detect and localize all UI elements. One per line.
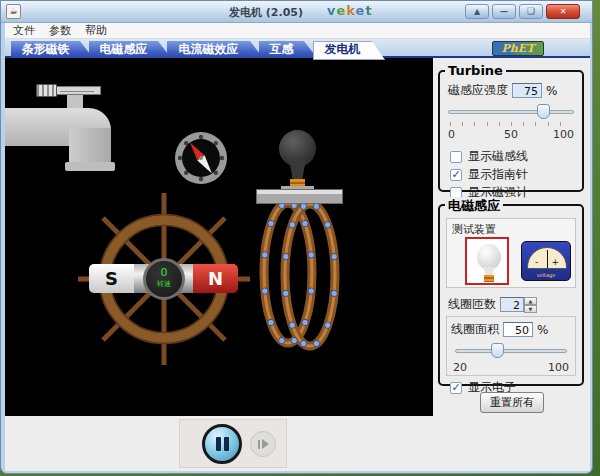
minimize-button[interactable] <box>492 4 516 19</box>
tick-100: 100 <box>553 128 574 141</box>
lightbulb-icon <box>477 244 501 270</box>
shade-button[interactable] <box>465 4 489 19</box>
playback-panel <box>179 419 287 468</box>
tick-50: 50 <box>504 128 518 141</box>
coil-platform <box>256 189 343 204</box>
loops-decrement-button[interactable] <box>524 305 537 313</box>
phet-logo[interactable]: PhET <box>492 41 544 56</box>
turbine-group: Turbine 磁感应强度 75 % 0 50 100 <box>438 70 584 192</box>
water-flow-slider-knob[interactable] <box>36 84 57 97</box>
pickup-coil <box>253 198 368 416</box>
tab-bar-magnet[interactable]: 条形磁铁 <box>11 41 93 58</box>
menu-options[interactable]: 参数 <box>49 23 71 38</box>
menu-file[interactable]: 文件 <box>13 23 35 38</box>
lightbulb-icon-base <box>484 275 494 282</box>
magnet-north-pole: N <box>193 264 238 293</box>
pause-icon <box>216 437 221 451</box>
lightbulb-neck <box>287 160 308 180</box>
area-field[interactable]: 50 <box>503 322 533 337</box>
show-field-lines-checkbox[interactable] <box>450 151 462 163</box>
pause-icon-bar2 <box>224 437 229 451</box>
show-compass-checkbox[interactable] <box>450 169 462 181</box>
step-button[interactable] <box>250 431 276 457</box>
tab-pickup-coil[interactable]: 电磁感应 <box>89 41 171 58</box>
step-icon <box>258 440 260 449</box>
lightbulb-device-button[interactable] <box>465 237 509 285</box>
area-unit: % <box>537 323 548 337</box>
rpm-gauge: 0 转速 <box>143 258 185 300</box>
induction-group-title: 电磁感应 <box>445 197 503 215</box>
strength-slider[interactable] <box>448 104 574 120</box>
app-window: ☕ 发电机 (2.05) veket 文件 参数 帮助 条形磁铁 电磁感应 电流… <box>0 0 593 474</box>
area-min-label: 20 <box>453 361 467 374</box>
loops-label: 线圈匝数 <box>448 296 496 313</box>
coil-area-panel: 线圈面积 50 % 20 100 <box>446 316 576 376</box>
turbine-group-title: Turbine <box>445 63 506 78</box>
control-panel: Turbine 磁感应强度 75 % 0 50 100 <box>433 58 590 471</box>
menu-bar: 文件 参数 帮助 <box>5 23 590 39</box>
pause-button[interactable] <box>202 424 242 464</box>
voltmeter-caption: voltage <box>522 272 570 278</box>
voltmeter-needle <box>547 250 548 268</box>
window-title: 发电机 (2.05) <box>229 5 303 20</box>
reset-all-button[interactable]: 重置所有 <box>480 392 544 413</box>
tab-generator[interactable]: 发电机 <box>313 41 385 60</box>
voltmeter-minus: - <box>535 257 538 267</box>
show-compass-label: 显示指南针 <box>468 166 528 183</box>
tab-bar: 条形磁铁 电磁感应 电流磁效应 互感 发电机 PhET <box>5 39 590 58</box>
area-slider-thumb[interactable] <box>491 343 504 358</box>
step-icon-triangle <box>262 439 269 449</box>
close-button[interactable] <box>546 4 580 19</box>
magnet-south-pole: S <box>89 264 134 293</box>
loops-increment-button[interactable] <box>524 297 537 305</box>
area-slider[interactable] <box>455 343 567 359</box>
test-device-label: 测试装置 <box>452 222 496 237</box>
strength-label: 磁感应强度 <box>448 82 508 99</box>
window-controls <box>465 4 580 19</box>
maximize-button[interactable] <box>519 4 543 19</box>
voltmeter-plus: + <box>551 257 559 267</box>
content-area: S N 0 转速 <box>5 58 590 471</box>
strength-field[interactable]: 75 <box>512 83 542 98</box>
menu-help[interactable]: 帮助 <box>85 23 107 38</box>
title-bar[interactable]: ☕ 发电机 (2.05) veket <box>1 1 592 23</box>
area-slider-track[interactable] <box>455 349 567 353</box>
induction-group: 电磁感应 测试装置 - + voltage <box>438 204 584 386</box>
simulation-canvas: S N 0 转速 <box>5 58 433 416</box>
show-electrons-checkbox[interactable] <box>450 382 462 394</box>
show-field-lines-label: 显示磁感线 <box>468 148 528 165</box>
strength-slider-ticks <box>450 122 572 126</box>
voltmeter-icon: - + <box>527 247 567 269</box>
faucet-spout-lip <box>65 162 115 171</box>
faucet-spout <box>69 128 111 166</box>
tick-0: 0 <box>448 128 455 141</box>
compass-icon[interactable] <box>173 130 229 186</box>
tab-transformer[interactable]: 互感 <box>259 41 317 58</box>
loops-field[interactable]: 2 <box>500 297 524 312</box>
test-device-panel: 测试装置 - + voltage <box>446 218 576 288</box>
java-app-icon: ☕ <box>6 4 21 19</box>
rpm-value: 0 <box>146 266 182 280</box>
rpm-unit-label: 转速 <box>146 280 182 288</box>
area-label: 线圈面积 <box>451 321 499 338</box>
strength-slider-thumb[interactable] <box>537 104 550 119</box>
faucet-slider-track <box>60 91 94 92</box>
loops-spinner: 2 <box>500 297 537 313</box>
voltmeter-device-button[interactable]: - + voltage <box>521 241 571 281</box>
area-max-label: 100 <box>548 361 569 374</box>
veket-logo: veket <box>327 3 373 18</box>
strength-unit: % <box>546 84 557 98</box>
strength-slider-track[interactable] <box>448 110 574 114</box>
tab-electromagnet[interactable]: 电流磁效应 <box>167 41 263 58</box>
